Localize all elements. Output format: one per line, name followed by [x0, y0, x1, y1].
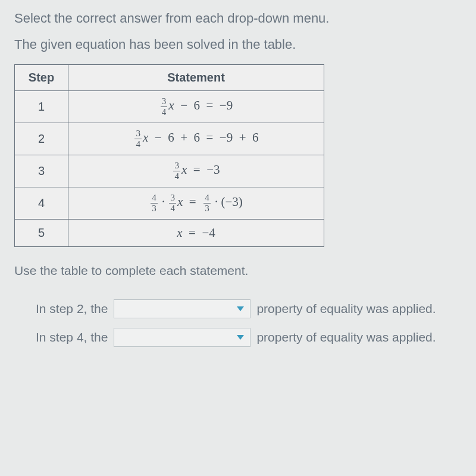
completion-prompt: Use the table to complete each statement…: [14, 264, 462, 278]
context-text: The given equation has been solved in th…: [14, 37, 462, 52]
header-statement: Statement: [68, 65, 324, 91]
step-cell: 1: [15, 91, 68, 123]
table-row: 2 34x − 6 + 6 = −9 + 6: [15, 123, 324, 155]
header-step: Step: [15, 65, 68, 91]
fill-in-block: In step 2, the property of equality was …: [14, 299, 462, 347]
fill-suffix: property of equality was applied.: [256, 302, 436, 316]
fill-prefix: In step 2, the: [36, 302, 108, 316]
dropdown-step2[interactable]: [114, 299, 250, 318]
step-cell: 5: [15, 220, 68, 247]
dropdown-step4[interactable]: [114, 328, 250, 347]
step-cell: 3: [15, 155, 68, 187]
fill-row-step2: In step 2, the property of equality was …: [36, 299, 462, 318]
chevron-down-icon: [237, 306, 244, 311]
statement-cell: x = −4: [68, 220, 324, 247]
statement-cell: 43 · 34x = 43 · (−3): [68, 187, 324, 220]
fill-prefix: In step 4, the: [36, 330, 108, 345]
steps-table: Step Statement 1 34x − 6 = −9 2 34x − 6 …: [14, 64, 324, 247]
statement-cell: 34x = −3: [68, 155, 324, 187]
step-cell: 2: [15, 123, 68, 155]
table-row: 3 34x = −3: [15, 155, 324, 187]
fill-suffix: property of equality was applied.: [256, 330, 436, 345]
table-row: 5 x = −4: [15, 220, 324, 247]
statement-cell: 34x − 6 + 6 = −9 + 6: [68, 123, 324, 155]
table-row: 1 34x − 6 = −9: [15, 91, 324, 123]
step-cell: 4: [15, 187, 68, 220]
chevron-down-icon: [237, 335, 244, 340]
table-row: 4 43 · 34x = 43 · (−3): [15, 187, 324, 220]
instruction-text: Select the correct answer from each drop…: [14, 11, 462, 26]
table-header-row: Step Statement: [15, 65, 324, 91]
fill-row-step4: In step 4, the property of equality was …: [36, 328, 462, 347]
statement-cell: 34x − 6 = −9: [68, 91, 324, 123]
